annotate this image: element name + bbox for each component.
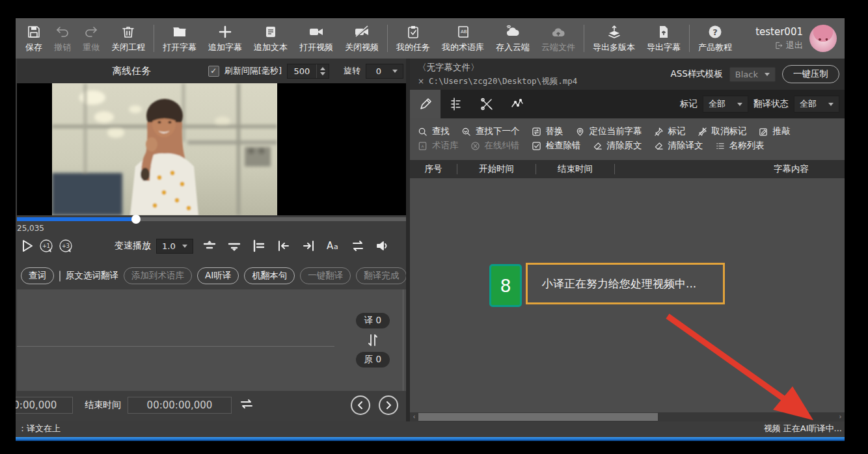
one-key-compress-button[interactable]: 一键压制 bbox=[782, 65, 839, 83]
eraser-icon bbox=[654, 141, 664, 151]
scrollbar-track[interactable] bbox=[418, 412, 836, 421]
tab-edit[interactable] bbox=[410, 90, 441, 118]
ass-style-dropdown[interactable]: Black bbox=[729, 67, 776, 82]
subtitle-editor[interactable]: 译 0 原 0 bbox=[17, 289, 406, 391]
mark-button[interactable]: 标记 bbox=[654, 126, 686, 137]
my-tasks-button[interactable]: 我的任务 bbox=[390, 23, 436, 53]
subtitle-list-panel: 〈无字幕文件〉 × C:\Users\zcg20\Desktop\视频.mp4 … bbox=[410, 59, 845, 421]
tutorial-button[interactable]: ? 产品教程 bbox=[692, 23, 738, 53]
set-end-time-button[interactable] bbox=[299, 236, 318, 256]
toolbar-separator bbox=[584, 25, 584, 52]
find-button[interactable]: 查找 bbox=[418, 126, 450, 137]
refine-button[interactable]: 推敲 bbox=[759, 126, 791, 137]
editor-scrollbar[interactable] bbox=[403, 289, 403, 391]
toolbar-separator bbox=[154, 25, 154, 52]
ai-listen-button[interactable]: AI听译 bbox=[197, 267, 239, 284]
tab-waveform[interactable] bbox=[502, 90, 532, 118]
horizontal-scrollbar[interactable]: ‹ › bbox=[410, 412, 845, 421]
refresh-checkbox[interactable]: ✓ bbox=[208, 66, 219, 77]
seek-handle[interactable] bbox=[131, 215, 141, 224]
forward-1s-button[interactable]: +1 bbox=[36, 236, 56, 256]
mt-sentence-button[interactable]: 机翻本句 bbox=[244, 267, 295, 284]
append-text-button[interactable]: 追加文本 bbox=[248, 23, 293, 53]
column-index[interactable]: 序号 bbox=[410, 163, 457, 175]
my-termbase-button[interactable]: AB 我的术语库 bbox=[436, 23, 490, 53]
cloud-files-button[interactable]: 云端文件 bbox=[536, 23, 581, 53]
column-end-time[interactable]: 结束时间 bbox=[536, 163, 614, 175]
status-ai-listening-text: 视频 正在AI听译中... bbox=[764, 423, 845, 434]
save-button[interactable]: 保存 bbox=[20, 23, 48, 53]
name-list-button[interactable]: 名称列表 bbox=[715, 140, 765, 152]
refine-icon bbox=[759, 127, 768, 137]
append-subtitle-button[interactable]: 追加字幕 bbox=[202, 23, 248, 53]
rotate-dropdown[interactable]: 0 bbox=[366, 64, 403, 79]
export-subtitle-button[interactable]: 导出字幕 bbox=[641, 23, 686, 53]
export-file-icon bbox=[656, 23, 671, 40]
refresh-interval-label: 刷新间隔[毫秒] bbox=[224, 65, 282, 77]
termbase-button[interactable]: A术语库 bbox=[418, 140, 459, 152]
locate-current-button[interactable]: 定位当前字幕 bbox=[575, 126, 642, 137]
select-translate-checkbox[interactable] bbox=[59, 271, 61, 282]
logout-button[interactable]: 退出 bbox=[774, 40, 803, 51]
redo-icon bbox=[83, 23, 99, 40]
unmark-button[interactable]: 取消标记 bbox=[698, 126, 747, 137]
spinner-arrows[interactable] bbox=[316, 64, 329, 78]
translate-done-button[interactable]: 翻译完成 bbox=[356, 267, 407, 284]
end-time-input[interactable]: 00:00:00,000 bbox=[128, 397, 232, 414]
save-to-cloud-button[interactable]: 存入云端 bbox=[490, 23, 536, 53]
seek-progress bbox=[17, 217, 136, 221]
file-header: 〈无字幕文件〉 × C:\Users\zcg20\Desktop\视频.mp4 … bbox=[410, 59, 845, 90]
volume-button[interactable] bbox=[373, 236, 392, 256]
svg-text:A: A bbox=[422, 144, 424, 148]
check-errors-button[interactable]: 检查除错 bbox=[532, 140, 581, 152]
replace-button[interactable]: 替换 bbox=[532, 126, 563, 137]
mark-filter-dropdown[interactable]: 全部 bbox=[703, 96, 748, 113]
scroll-left-icon[interactable]: ‹ bbox=[410, 412, 418, 421]
close-video-button[interactable]: 关闭视频 bbox=[339, 23, 385, 53]
set-start-time-button[interactable] bbox=[274, 236, 293, 256]
lookup-word-button[interactable]: 查词 bbox=[21, 267, 54, 284]
tab-timeline-list[interactable] bbox=[441, 90, 471, 118]
prev-subtitle-button[interactable] bbox=[351, 395, 370, 415]
user-avatar[interactable] bbox=[809, 25, 837, 52]
export-multi-version-button[interactable]: 导出多版本 bbox=[587, 23, 641, 53]
seek-bar[interactable] bbox=[17, 215, 406, 223]
chevron-down-icon bbox=[392, 70, 398, 73]
close-video-file-icon[interactable]: × bbox=[418, 77, 424, 86]
user-area: tester001 退出 bbox=[755, 25, 845, 52]
subtitle-table-header: 序号 开始时间 结束时间 字幕内容 bbox=[410, 160, 845, 178]
swap-button[interactable] bbox=[348, 236, 368, 256]
column-start-time[interactable]: 开始时间 bbox=[457, 163, 536, 175]
translate-state-dropdown[interactable]: 全部 bbox=[794, 96, 839, 113]
play-button[interactable] bbox=[17, 236, 36, 256]
close-project-button[interactable]: 关闭工程 bbox=[105, 23, 151, 53]
start-time-input[interactable]: 00:00:00,000 bbox=[16, 397, 73, 414]
scroll-right-icon[interactable]: › bbox=[836, 412, 845, 421]
refresh-interval-spinner[interactable]: 500 bbox=[287, 64, 329, 79]
find-next-button[interactable]: 查找下一个 bbox=[461, 126, 520, 137]
column-content[interactable]: 字幕内容 bbox=[615, 163, 845, 175]
merge-up-button[interactable] bbox=[200, 236, 219, 256]
tab-tools[interactable] bbox=[471, 90, 502, 118]
undo-button[interactable]: 撤销 bbox=[48, 23, 77, 53]
add-to-termbase-button[interactable]: 添加到术语库 bbox=[124, 267, 192, 284]
swap-orig-trans-icon[interactable] bbox=[366, 333, 379, 347]
speed-dropdown[interactable]: 1.0 bbox=[156, 239, 193, 254]
scrollbar-thumb[interactable] bbox=[418, 413, 658, 421]
trash-icon bbox=[120, 23, 136, 40]
next-subtitle-button[interactable] bbox=[379, 395, 398, 415]
video-player[interactable] bbox=[17, 83, 406, 215]
open-subtitle-button[interactable]: 打开字幕 bbox=[157, 23, 202, 53]
align-left-button[interactable] bbox=[249, 236, 269, 256]
open-video-button[interactable]: 打开视频 bbox=[293, 23, 339, 53]
clear-original-button[interactable]: 清除原文 bbox=[593, 140, 642, 152]
merge-down-button[interactable] bbox=[224, 236, 244, 256]
translate-all-button[interactable]: 一键翻译 bbox=[300, 267, 351, 284]
clear-translation-button[interactable]: 清除译文 bbox=[654, 140, 703, 152]
redo-button[interactable]: 重做 bbox=[77, 23, 105, 53]
forward-3s-button[interactable]: +3 bbox=[56, 236, 75, 256]
font-button[interactable]: Aa bbox=[323, 236, 343, 256]
loop-button[interactable] bbox=[238, 397, 255, 414]
online-correct-button[interactable]: 在线纠错 bbox=[470, 140, 520, 152]
translation-count-badge: 译 0 bbox=[356, 313, 390, 328]
